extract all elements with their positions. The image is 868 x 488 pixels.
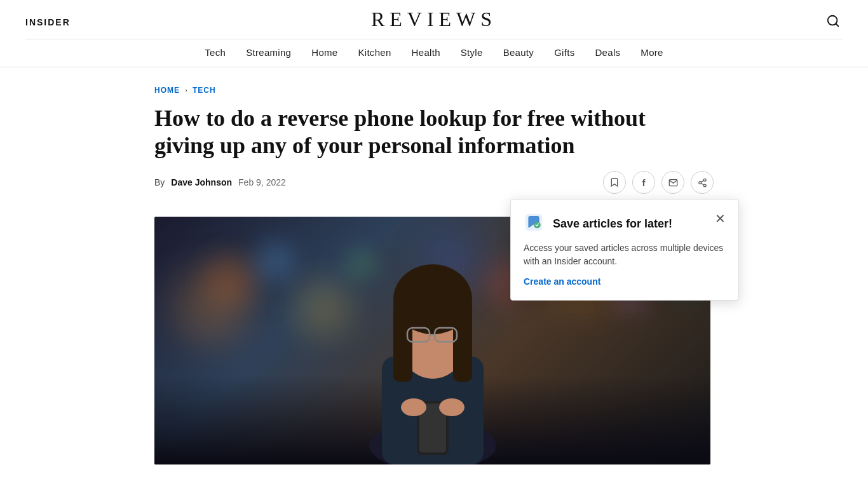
svg-point-3	[698, 182, 701, 184]
byline: By Dave Johnson Feb 9, 2022	[154, 177, 286, 187]
facebook-button[interactable]: f	[632, 171, 655, 194]
article-image-person	[331, 229, 534, 464]
nav-item-kitchen[interactable]: Kitchen	[358, 47, 391, 58]
email-button[interactable]	[661, 171, 684, 194]
nav-item-health[interactable]: Health	[412, 47, 440, 58]
reviews-logo[interactable]: REVIEWS	[371, 8, 497, 31]
popup-close-button[interactable]: ✕	[715, 212, 726, 225]
nav-item-home[interactable]: Home	[311, 47, 337, 58]
nav-item-deals[interactable]: Deals	[595, 47, 620, 58]
popup-cta-link[interactable]: Create an account	[524, 276, 600, 287]
nav-item-tech[interactable]: Tech	[205, 47, 226, 58]
svg-point-19	[439, 398, 465, 416]
nav-item-gifts[interactable]: Gifts	[554, 47, 574, 58]
byline-prefix: By	[154, 177, 165, 187]
breadcrumb-section[interactable]: TECH	[193, 86, 216, 95]
content-area: HOME › TECH How to do a reverse phone lo…	[129, 67, 739, 464]
share-row: f	[603, 171, 714, 194]
site-header: INSIDER REVIEWS Tech Streaming Home Kitc…	[0, 0, 868, 67]
breadcrumb-chevron: ›	[185, 85, 187, 95]
share-button[interactable]	[691, 171, 714, 194]
email-icon	[668, 178, 678, 187]
bookmark-button[interactable]	[603, 171, 626, 194]
svg-point-18	[401, 398, 426, 416]
publish-date: Feb 9, 2022	[238, 177, 286, 187]
share-icon	[698, 178, 707, 187]
svg-point-4	[703, 184, 706, 187]
article-title: How to do a reverse phone lookup for fre…	[154, 105, 675, 159]
facebook-icon: f	[642, 177, 646, 188]
svg-point-2	[703, 179, 706, 181]
search-button[interactable]	[824, 11, 843, 32]
main-nav: Tech Streaming Home Kitchen Health Style…	[25, 39, 843, 67]
nav-item-streaming[interactable]: Streaming	[246, 47, 291, 58]
svg-line-6	[701, 180, 703, 182]
nav-item-style[interactable]: Style	[461, 47, 483, 58]
breadcrumb-home[interactable]: HOME	[154, 86, 180, 95]
popup-bookmark-icon	[524, 212, 546, 235]
popup-title: Save articles for later!	[553, 217, 672, 231]
breadcrumb: HOME › TECH	[154, 85, 714, 95]
article-body: How to do a reverse phone lookup for fre…	[154, 105, 714, 464]
save-icon	[524, 212, 544, 233]
author-name[interactable]: Dave Johnson	[171, 177, 232, 187]
nav-item-beauty[interactable]: Beauty	[503, 47, 534, 58]
bookmark-icon	[609, 177, 620, 187]
popup-body: Access your saved articles across multip…	[524, 241, 726, 268]
popup-header: Save articles for later! ✕	[524, 212, 726, 235]
nav-item-more[interactable]: More	[641, 47, 663, 58]
save-articles-popup: Save articles for later! ✕ Access your s…	[510, 199, 739, 301]
search-icon	[826, 14, 840, 28]
svg-line-1	[836, 24, 838, 26]
svg-line-5	[701, 183, 703, 184]
popup-title-row: Save articles for later!	[524, 212, 672, 235]
insider-logo[interactable]: INSIDER	[25, 17, 71, 27]
